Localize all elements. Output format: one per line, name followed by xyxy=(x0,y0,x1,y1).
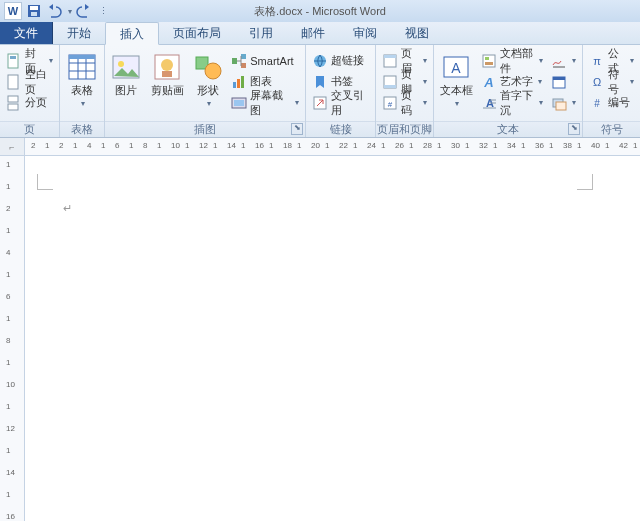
crossref-label: 交叉引用 xyxy=(331,88,369,118)
svg-rect-39 xyxy=(483,55,495,67)
table-icon xyxy=(66,51,98,83)
svg-text:Ω: Ω xyxy=(593,76,601,88)
app-icon[interactable]: W xyxy=(4,2,22,20)
picture-icon xyxy=(110,51,142,83)
smartart-icon xyxy=(231,53,247,69)
page-break-icon xyxy=(6,95,22,111)
group-links: 超链接 书签 交叉引用 链接 xyxy=(306,45,376,137)
svg-rect-5 xyxy=(8,75,18,89)
svg-rect-41 xyxy=(485,62,493,65)
tab-home[interactable]: 开始 xyxy=(53,22,105,44)
footer-icon xyxy=(382,74,398,90)
undo-dropdown-icon[interactable]: ▾ xyxy=(68,7,72,16)
svg-text:#: # xyxy=(388,100,393,109)
illustrations-dialog-launcher[interactable]: ⬊ xyxy=(291,123,303,135)
quick-parts-button[interactable]: 文档部件▾ xyxy=(479,50,545,71)
save-icon[interactable] xyxy=(26,3,42,19)
table-button[interactable]: 表格▾ xyxy=(64,49,100,112)
document-page[interactable]: ↵ xyxy=(25,156,640,521)
page-number-button[interactable]: # 页码▾ xyxy=(380,92,429,113)
hyperlink-label: 超链接 xyxy=(331,53,364,68)
svg-rect-18 xyxy=(162,71,172,77)
date-time-button[interactable] xyxy=(549,71,578,92)
tab-page-layout[interactable]: 页面布局 xyxy=(159,22,235,44)
bookmark-icon xyxy=(312,74,328,90)
textbox-label: 文本框 xyxy=(440,84,473,96)
hyperlink-icon xyxy=(312,53,328,69)
svg-rect-6 xyxy=(8,96,18,102)
title-bar: W ▾ ⋮ 表格.docx - Microsoft Word xyxy=(0,0,640,22)
margin-corner-top-right xyxy=(577,174,593,190)
margin-corner-top-left xyxy=(37,174,53,190)
redo-icon[interactable] xyxy=(76,3,92,19)
tab-mailings[interactable]: 邮件 xyxy=(287,22,339,44)
clipart-button[interactable]: 剪贴画 xyxy=(147,49,187,98)
svg-point-17 xyxy=(161,59,173,71)
blank-page-icon xyxy=(6,74,22,90)
svg-point-15 xyxy=(118,61,124,67)
group-header-footer-label: 页眉和页脚 xyxy=(376,121,433,137)
svg-rect-28 xyxy=(234,100,244,106)
number-button[interactable]: # 编号 xyxy=(587,92,636,113)
crossref-icon xyxy=(312,95,328,111)
screenshot-label: 屏幕截图 xyxy=(250,88,290,118)
shapes-label: 形状 xyxy=(197,84,219,96)
tab-view[interactable]: 视图 xyxy=(391,22,443,44)
svg-text:A: A xyxy=(483,75,493,90)
symbol-icon: Ω xyxy=(589,74,605,90)
smartart-label: SmartArt xyxy=(250,55,293,67)
svg-rect-21 xyxy=(232,58,237,64)
dropcap-icon: A xyxy=(481,95,497,111)
group-tables: 表格▾ 表格 xyxy=(60,45,105,137)
svg-rect-51 xyxy=(556,102,566,110)
signature-line-button[interactable]: ▾ xyxy=(549,50,578,71)
table-label: 表格 xyxy=(71,84,93,96)
screenshot-button[interactable]: 屏幕截图▾ xyxy=(229,92,301,113)
vertical-ruler[interactable]: 112141618110112114116 xyxy=(0,156,25,521)
quick-access-toolbar: W ▾ ⋮ xyxy=(4,2,108,20)
svg-text:#: # xyxy=(594,98,600,109)
ribbon-tabs: 文件 开始 插入 页面布局 引用 邮件 审阅 视图 xyxy=(0,22,640,45)
group-links-label: 链接 xyxy=(306,121,375,137)
group-text-label: 文本⬊ xyxy=(434,121,582,137)
ruler-corner[interactable]: ⌐ xyxy=(0,138,25,155)
group-text: A 文本框▾ 文档部件▾ A 艺术字▾ A 首字下沉▾ ▾ xyxy=(434,45,583,137)
shapes-button[interactable]: 形状▾ xyxy=(191,49,225,112)
svg-rect-2 xyxy=(31,12,37,16)
dropcap-button[interactable]: A 首字下沉▾ xyxy=(479,92,545,113)
text-dialog-launcher[interactable]: ⬊ xyxy=(568,123,580,135)
horizontal-ruler[interactable]: 2121416181101121141161181201221241261281… xyxy=(25,138,640,155)
group-symbols: π 公式▾ Ω 符号▾ # 编号 符号 xyxy=(583,45,640,137)
symbol-button[interactable]: Ω 符号▾ xyxy=(587,71,636,92)
textbox-icon: A xyxy=(440,51,472,83)
tab-review[interactable]: 审阅 xyxy=(339,22,391,44)
smartart-button[interactable]: SmartArt xyxy=(229,50,301,71)
page-break-label: 分页 xyxy=(25,95,47,110)
svg-rect-34 xyxy=(384,85,396,88)
picture-button[interactable]: 图片 xyxy=(109,49,143,98)
hyperlink-button[interactable]: 超链接 xyxy=(310,50,371,71)
svg-text:π: π xyxy=(593,55,601,67)
blank-page-button[interactable]: 空白页 xyxy=(4,71,55,92)
tab-references[interactable]: 引用 xyxy=(235,22,287,44)
cover-page-icon xyxy=(6,53,22,69)
svg-rect-40 xyxy=(485,57,489,60)
qat-customize-icon[interactable]: ⋮ xyxy=(99,6,108,16)
group-header-footer: 页眉▾ 页脚▾ # 页码▾ 页眉和页脚 xyxy=(376,45,434,137)
page-number-label: 页码 xyxy=(401,88,418,118)
crossref-button[interactable]: 交叉引用 xyxy=(310,92,371,113)
group-pages-label: 页 xyxy=(0,121,59,137)
undo-icon[interactable] xyxy=(46,3,62,19)
textbox-button[interactable]: A 文本框▾ xyxy=(438,49,475,112)
paragraph-mark: ↵ xyxy=(63,202,72,215)
tab-file[interactable]: 文件 xyxy=(0,22,53,44)
object-button[interactable]: ▾ xyxy=(549,92,578,113)
chart-icon xyxy=(231,74,247,90)
group-illustrations: 图片 剪贴画 形状▾ SmartArt 图表 xyxy=(105,45,306,137)
number-icon: # xyxy=(589,95,605,111)
tab-insert[interactable]: 插入 xyxy=(105,22,159,45)
svg-rect-23 xyxy=(241,63,246,68)
group-symbols-label: 符号 xyxy=(583,121,640,137)
page-break-button[interactable]: 分页 xyxy=(4,92,55,113)
quick-parts-icon xyxy=(481,53,497,69)
